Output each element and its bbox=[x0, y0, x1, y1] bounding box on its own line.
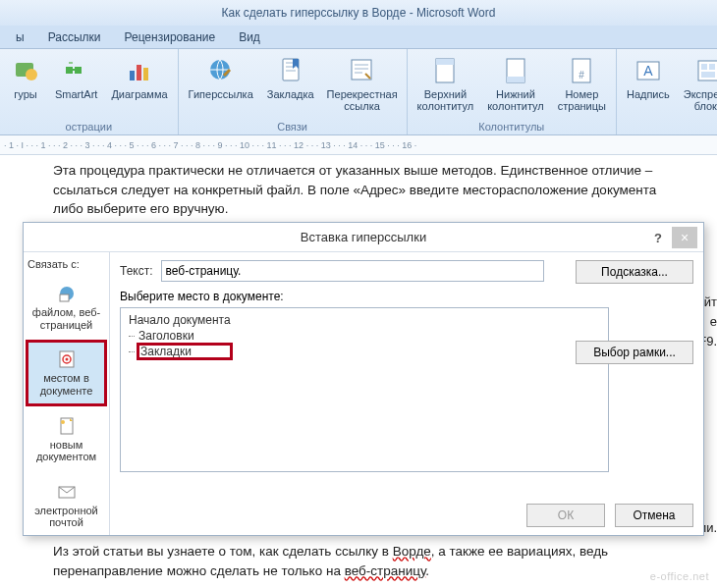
email-icon bbox=[56, 481, 78, 503]
ribbon-bookmark-label: Закладка bbox=[267, 88, 314, 100]
new-doc-icon bbox=[56, 415, 78, 437]
svg-text:A: A bbox=[643, 63, 653, 79]
ribbon-shapes[interactable]: гуры bbox=[6, 53, 45, 102]
svg-rect-23 bbox=[60, 294, 69, 301]
text-label: Текст: bbox=[120, 264, 153, 278]
text-input[interactable] bbox=[161, 260, 544, 282]
window-title: Как сделать гиперссылку в Ворде - Micros… bbox=[222, 6, 496, 20]
link-to-panel: Связать с: файлом, веб-страницей местом … bbox=[24, 252, 110, 535]
ribbon-group-links-label: Связи bbox=[185, 121, 401, 134]
dialog-titlebar: Вставка гиперссылки ? × bbox=[24, 223, 703, 252]
linkto-new-doc-label: новым документом bbox=[30, 439, 102, 463]
ruler: · 1 · I · · · 1 · · · 2 · · · 3 · · · 4 … bbox=[0, 135, 717, 155]
place-tree[interactable]: Начало документа Заголовки Закладки bbox=[120, 307, 609, 472]
dialog-title: Вставка гиперссылки bbox=[301, 230, 426, 244]
textbox-icon: A bbox=[633, 55, 664, 86]
doc-line-3: либо выберите его вручную. bbox=[53, 199, 699, 219]
ribbon-footer[interactable]: Нижний колонтитул bbox=[483, 53, 548, 114]
tree-node-top[interactable]: Начало документа bbox=[127, 312, 602, 328]
target-icon bbox=[56, 348, 78, 370]
crossref-icon bbox=[347, 55, 378, 86]
svg-rect-20 bbox=[709, 64, 715, 70]
document-body: Эта процедура практически не отличается … bbox=[0, 155, 717, 225]
dialog-close-button[interactable]: × bbox=[672, 227, 697, 248]
doc-lower-2c: . bbox=[425, 563, 429, 578]
cancel-button[interactable]: Отмена bbox=[615, 504, 693, 527]
svg-rect-13 bbox=[507, 77, 524, 82]
ribbon-textbox-label: Надпись bbox=[627, 88, 670, 100]
ok-button[interactable]: ОК bbox=[526, 504, 605, 527]
ribbon-quickparts-label: Экспресс-блоки bbox=[684, 88, 717, 112]
ribbon-hyperlink[interactable]: Гиперссылка bbox=[185, 53, 257, 114]
ribbon-quickparts[interactable]: Экспресс-блоки bbox=[680, 53, 717, 114]
svg-rect-5 bbox=[137, 65, 141, 80]
ribbon-hyperlink-label: Гиперссылка bbox=[189, 88, 253, 100]
bookmark-icon bbox=[275, 55, 306, 86]
svg-rect-19 bbox=[701, 64, 707, 70]
chart-icon bbox=[124, 55, 155, 86]
doc-lower-2b: веб-страницу bbox=[345, 563, 426, 578]
hyperlink-icon bbox=[205, 55, 237, 86]
tab-partial[interactable]: ы bbox=[6, 27, 34, 47]
ribbon-pagenum[interactable]: # Номер страницы bbox=[554, 53, 610, 114]
pagenum-icon: # bbox=[566, 55, 597, 86]
svg-rect-6 bbox=[143, 68, 148, 80]
doc-fragment: е bbox=[710, 314, 717, 329]
ribbon-bookmark[interactable]: Закладка bbox=[263, 53, 318, 114]
doc-lower-1b: Ворде bbox=[393, 544, 431, 559]
doc-lower-1a: Из этой статьи вы узнаете о том, как сде… bbox=[53, 544, 393, 559]
smartart-icon bbox=[61, 55, 92, 86]
svg-point-28 bbox=[61, 420, 65, 424]
linkto-email-label: электронной почтой bbox=[30, 505, 102, 529]
ribbon-group-illustrations-label: острации bbox=[6, 121, 172, 134]
tab-mailings[interactable]: Рассылки bbox=[38, 27, 111, 47]
dialog-help-button[interactable]: ? bbox=[646, 227, 670, 248]
ribbon-chart[interactable]: Диаграмма bbox=[107, 53, 171, 102]
svg-point-26 bbox=[65, 358, 68, 361]
tab-view[interactable]: Вид bbox=[229, 27, 270, 47]
ribbon-group-text: A Надпись Экспресс-блоки bbox=[617, 49, 717, 134]
ribbon-group-illustrations: гуры SmartArt Диаграмма острации bbox=[0, 49, 179, 134]
watermark: e-office.net bbox=[650, 570, 709, 582]
ribbon-header-label: Верхний колонтитул bbox=[417, 88, 474, 112]
ribbon-header[interactable]: Верхний колонтитул bbox=[414, 53, 478, 114]
doc-lower-1c: , а также ее вариациях, ведь bbox=[431, 544, 608, 559]
ribbon-group-links: Гиперссылка Закладка Перекрестная ссылка… bbox=[179, 49, 408, 134]
doc-line-2: ссылаться следует на конкретный файл. В … bbox=[53, 181, 699, 200]
linkto-place-in-doc[interactable]: местом в документе bbox=[28, 342, 105, 403]
tree-node-bookmarks[interactable]: Закладки bbox=[127, 344, 602, 359]
tab-review[interactable]: Рецензирование bbox=[114, 27, 225, 47]
shapes-icon bbox=[10, 55, 41, 86]
document-body-lower: Из этой статьи вы узнаете о том, как сде… bbox=[53, 542, 707, 580]
linkto-file-web-label: файлом, веб-страницей bbox=[30, 306, 102, 331]
doc-lower-2a: перенаправление можно сделать не только … bbox=[53, 563, 345, 578]
ribbon-smartart[interactable]: SmartArt bbox=[51, 53, 101, 102]
ribbon-textbox[interactable]: A Надпись bbox=[623, 53, 674, 114]
ribbon-shapes-label: гуры bbox=[14, 88, 36, 100]
ribbon-crossref[interactable]: Перекрестная ссылка bbox=[324, 53, 401, 114]
ribbon-tabs: ы Рассылки Рецензирование Вид bbox=[0, 26, 717, 49]
screen-tip-button[interactable]: Подсказка... bbox=[576, 260, 693, 284]
linkto-email[interactable]: электронной почтой bbox=[28, 474, 105, 536]
ribbon-group-text-label bbox=[623, 133, 717, 134]
svg-point-1 bbox=[26, 69, 37, 80]
ribbon-footer-label: Нижний колонтитул bbox=[487, 88, 544, 112]
insert-hyperlink-dialog: Вставка гиперссылки ? × Связать с: файло… bbox=[23, 222, 704, 536]
ribbon-group-header: Верхний колонтитул Нижний колонтитул # Н… bbox=[408, 49, 617, 134]
window-titlebar: Как сделать гиперссылку в Ворде - Micros… bbox=[0, 0, 717, 26]
linkto-new-doc[interactable]: новым документом bbox=[28, 408, 105, 470]
svg-rect-4 bbox=[130, 71, 135, 80]
globe-file-icon bbox=[56, 283, 78, 304]
link-to-label: Связать с: bbox=[28, 258, 105, 270]
doc-line-1: Эта процедура практически не отличается … bbox=[53, 161, 699, 181]
ribbon-smartart-label: SmartArt bbox=[55, 88, 97, 100]
linkto-place-label: местом в документе bbox=[30, 372, 102, 397]
ribbon-chart-label: Диаграмма bbox=[111, 88, 167, 100]
dialog-main-panel: Текст: Подсказка... Выбор рамки... Выбер… bbox=[110, 252, 703, 535]
svg-rect-11 bbox=[436, 59, 454, 65]
svg-text:#: # bbox=[579, 70, 585, 80]
ribbon-crossref-label: Перекрестная ссылка bbox=[327, 88, 398, 112]
tree-node-headings[interactable]: Заголовки bbox=[127, 328, 602, 344]
linkto-file-web[interactable]: файлом, веб-страницей bbox=[28, 276, 105, 338]
tree-node-bookmarks-label: Закладки bbox=[138, 345, 231, 358]
